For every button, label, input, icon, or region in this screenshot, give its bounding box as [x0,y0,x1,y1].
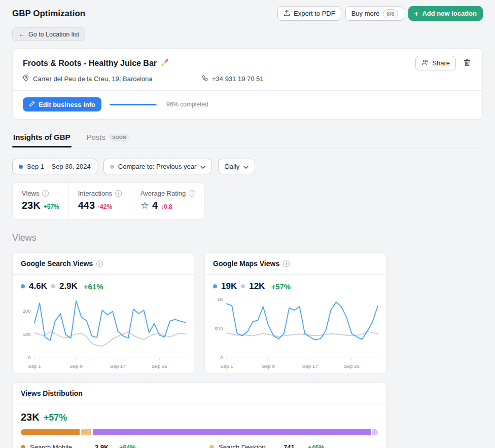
metric-views-label: Views [22,190,39,197]
distribution-segment [93,429,372,435]
date-range-label: Sep 1 – Sep 30, 2024 [27,163,91,170]
legend-value: 741 [284,443,308,448]
edit-business-info-button[interactable]: Edit business info [23,97,101,111]
location-card: Froots & Roots - Healthy Juice Bar Share [12,48,483,120]
header-actions: Export to PDF Buy more 6/6 + Add new loc… [277,6,483,21]
tab-posts-badge: soon [109,134,129,141]
info-icon[interactable] [115,190,122,197]
current-series-dot [21,284,25,288]
add-new-location-label: Add new location [422,10,477,17]
distribution-segment [21,429,81,435]
buy-more-button[interactable]: Buy more 6/6 [345,6,404,21]
page-title: GBP Optimization [12,9,85,19]
svg-text:Sep 17: Sep 17 [110,363,126,369]
google-search-views-chart: 0100200Sep 1Sep 9Sep 17Sep 25 [13,291,194,374]
share-button[interactable]: Share [415,56,456,70]
info-icon[interactable] [283,260,290,267]
metric-interactions-label: Interactions [78,190,112,197]
svg-text:0: 0 [28,355,31,360]
export-pdf-button[interactable]: Export to PDF [277,6,341,21]
views-section-title: Views [12,233,483,243]
distribution-segment [372,429,378,435]
legend-delta: +64% [119,444,135,448]
legend-label: Search Desktop [219,443,284,448]
granularity-dropdown[interactable]: Daily [218,159,255,174]
location-address-text: Carrer del Peu de la Creu, 19, Barcelona [33,75,153,83]
svg-text:Sep 25: Sep 25 [344,363,360,369]
google-maps-views-card: Google Maps Views 19K 12K +57% 05001KSep… [204,252,386,374]
metric-views: Views 23K +57% [13,183,68,219]
granularity-label: Daily [225,163,239,170]
chevron-down-icon [200,163,205,170]
location-card-header: Froots & Roots - Healthy Juice Bar Share [13,49,482,70]
metric-views-value: 23K [22,200,41,211]
share-label: Share [432,59,450,67]
chevron-down-icon [243,163,249,170]
tab-bar: Insights of GBP Posts soon [12,133,483,147]
export-pdf-label: Export to PDF [294,10,335,17]
metrics-summary-card: Views 23K +57% Interactions 443 -42% Ave… [12,182,205,219]
svg-text:Sep 17: Sep 17 [302,363,318,369]
location-phone: +34 931 19 70 51 [201,75,264,83]
go-to-location-list-label: Go to Location list [28,31,79,38]
tab-posts-label: Posts [87,133,106,141]
legend-item-search-desktop: Search Desktop 741 +46% [209,443,378,448]
metric-interactions-value: 443 [78,200,95,211]
distribution-legend: Search Mobile 3.9K +64% Search Desktop 7… [21,443,378,448]
buy-more-count-badge: 6/6 [383,9,398,18]
location-card-footer: Edit business info 96% completed [13,90,482,119]
tab-insights-of-gbp[interactable]: Insights of GBP [12,133,72,147]
previous-series-dot [51,284,55,288]
delete-location-button[interactable] [462,57,472,69]
views-distribution-title: Views Distribution [21,389,83,397]
tab-posts[interactable]: Posts soon [86,133,131,147]
progress-fill [110,104,156,105]
share-person-icon [421,59,429,67]
back-arrow-icon: ← [18,31,25,38]
views-distribution-body: 23K +57% Search Mobile 3.9K +64% Search … [13,404,386,448]
chart-delta: +61% [84,282,103,291]
info-icon[interactable] [189,190,195,197]
location-phone-text: +34 931 19 70 51 [212,75,264,83]
location-meta-row: Carrer del Peu de la Creu, 19, Barcelona… [13,70,482,90]
info-icon[interactable] [96,260,103,267]
location-name-text: Froots & Roots - Healthy Juice Bar [23,59,157,68]
legend-delta: +46% [308,444,324,448]
add-new-location-button[interactable]: + Add new location [408,6,483,21]
metric-interactions: Interactions 443 -42% [68,183,131,219]
tab-insights-label: Insights of GBP [13,133,70,141]
location-actions: Share [415,56,472,70]
compare-label: Compare to: Previous year [118,163,197,170]
go-to-location-list-button[interactable]: ← Go to Location list [12,27,85,41]
info-icon[interactable] [42,190,49,197]
map-pin-icon [23,74,29,83]
previous-total: 2.9K [59,281,78,291]
phone-icon [201,75,208,83]
current-series-dot [213,284,217,288]
distribution-total: 23K [21,412,40,423]
pencil-icon [29,101,35,108]
date-range-picker[interactable]: Sep 1 – Sep 30, 2024 [12,159,97,174]
rocket-emoji-icon [161,58,169,68]
gbp-optimization-page: GBP Optimization Export to PDF Buy more … [0,0,495,448]
buy-more-label: Buy more [351,10,380,17]
svg-text:100: 100 [22,331,31,337]
previous-total: 12K [249,281,265,291]
chart-legend: 19K 12K +57% [205,275,386,291]
svg-text:Sep 9: Sep 9 [69,363,82,369]
svg-text:0: 0 [220,355,223,360]
star-icon: ☆ [140,200,149,211]
metric-views-delta: +57% [44,203,59,210]
page-header: GBP Optimization Export to PDF Buy more … [12,0,483,21]
progress-label: 96% completed [166,101,208,108]
distribution-segment [81,429,93,435]
filter-bar: Sep 1 – Sep 30, 2024 Compare to: Previou… [12,159,483,174]
line-chart-svg: 0100200Sep 1Sep 9Sep 17Sep 25 [17,293,190,370]
compare-to-dropdown[interactable]: Compare to: Previous year [103,159,213,174]
svg-text:Sep 25: Sep 25 [152,363,167,369]
legend-label: Search Mobile [30,443,95,448]
google-maps-views-title: Google Maps Views [213,259,279,268]
search-mobile-dot [21,445,25,448]
google-search-views-card: Google Search Views 4.6K 2.9K +61% 01002… [12,252,194,374]
svg-text:Sep 9: Sep 9 [262,363,274,369]
